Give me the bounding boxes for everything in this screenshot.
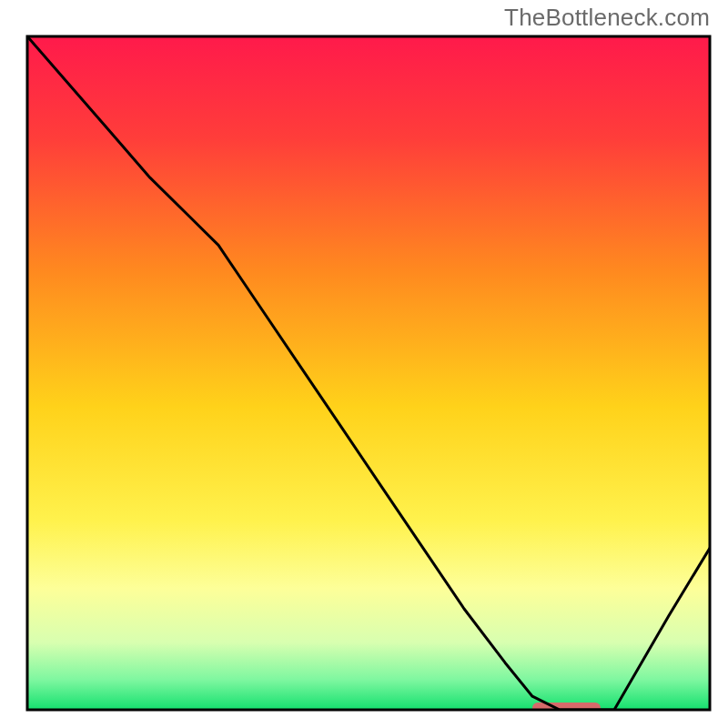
gradient-background: [27, 36, 710, 710]
bottleneck-chart: [0, 0, 728, 728]
chart-frame: TheBottleneck.com: [0, 0, 728, 728]
plot-area: [27, 36, 710, 715]
